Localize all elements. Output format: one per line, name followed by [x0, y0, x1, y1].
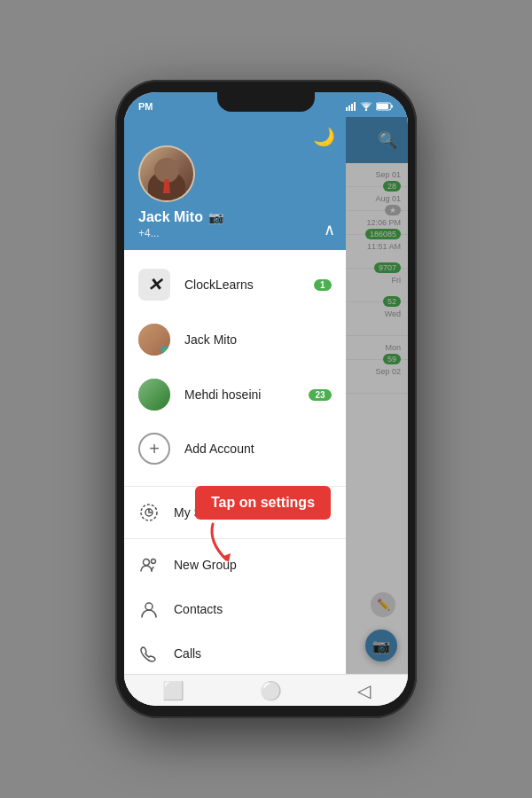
collapse-button[interactable]: ∧: [324, 131, 335, 239]
user-avatar: [138, 145, 195, 202]
svg-point-4: [365, 109, 367, 111]
menu-item-calls[interactable]: Calls: [124, 631, 346, 676]
moon-icon[interactable]: 🌙: [313, 126, 335, 147]
drawer-header: Jack Mito 📷 +4... ∧ 🌙: [124, 117, 346, 250]
svg-point-12: [145, 603, 153, 610]
battery-icon: [376, 102, 394, 111]
contacts-icon: [138, 598, 160, 620]
add-account-item[interactable]: + Add Account: [124, 422, 346, 475]
clocklearns-logo: ✕: [147, 274, 162, 295]
svg-rect-3: [354, 102, 356, 111]
svg-rect-2: [351, 104, 353, 111]
notch: [217, 92, 315, 112]
avatar-image: [140, 147, 193, 200]
phone-shell: PM Telegram 🔍: [0, 0, 532, 798]
mehdi-avatar: [138, 379, 170, 411]
settings-callout: Tap on settings: [195, 486, 331, 564]
account-item-jack[interactable]: Jack Mito: [124, 312, 346, 367]
svg-point-10: [144, 559, 150, 566]
bottom-navigation-bar: ⬜ ⚪ ◁: [124, 674, 408, 706]
svg-rect-0: [346, 107, 348, 111]
user-name: Jack Mito 📷: [138, 209, 332, 225]
jack-name: Jack Mito: [184, 332, 237, 347]
camera-small-icon: 📷: [208, 210, 223, 224]
status-time: PM: [138, 101, 153, 112]
phone-screen: PM Telegram 🔍: [124, 92, 408, 706]
screen-content: Telegram 🔍 Sep 01 28 Aug 01 ★: [124, 117, 408, 706]
svg-rect-7: [391, 106, 393, 108]
add-account-icon: +: [138, 433, 170, 465]
home-icon[interactable]: ⬜: [162, 680, 184, 701]
add-account-label: Add Account: [184, 442, 254, 456]
account-list: ✕ ClockLearns 1 Jack Mito: [124, 250, 346, 482]
stories-icon: [138, 502, 160, 523]
clocklearns-name: ClockLearns: [184, 278, 254, 292]
status-icons: [346, 102, 394, 111]
navigation-drawer: Jack Mito 📷 +4... ∧ 🌙: [124, 117, 346, 706]
avatar-tie: [163, 179, 170, 193]
back-icon[interactable]: ◁: [357, 680, 371, 701]
callout-arrow-svg: [204, 520, 257, 564]
account-item-mehdi[interactable]: Mehdi hoseini 23: [124, 367, 346, 422]
wifi-icon: [360, 102, 372, 111]
jack-avatar: [138, 324, 170, 356]
mehdi-badge: 23: [309, 389, 331, 401]
svg-point-11: [152, 559, 156, 564]
phone-frame: PM Telegram 🔍: [115, 80, 417, 718]
svg-rect-6: [377, 104, 388, 109]
online-indicator: [160, 346, 169, 355]
callout-text: Tap on settings: [195, 486, 331, 520]
calls-label: Calls: [174, 646, 201, 661]
clocklearns-badge: 1: [314, 279, 332, 291]
user-avatar-container[interactable]: [138, 145, 195, 202]
contacts-label: Contacts: [174, 602, 223, 616]
svg-rect-1: [348, 106, 350, 111]
clocklearns-avatar: ✕: [138, 269, 170, 301]
chevron-up-icon: ∧: [324, 220, 335, 239]
menu-item-contacts[interactable]: Contacts: [124, 587, 346, 631]
calls-icon: [138, 643, 160, 664]
signal-icon: [346, 102, 356, 111]
user-phone: +4...: [138, 227, 332, 239]
mehdi-name: Mehdi hoseini: [184, 387, 261, 402]
group-icon: [138, 554, 160, 575]
circle-nav-icon[interactable]: ⚪: [260, 680, 282, 701]
account-item-clocklearns[interactable]: ✕ ClockLearns 1: [124, 257, 346, 312]
